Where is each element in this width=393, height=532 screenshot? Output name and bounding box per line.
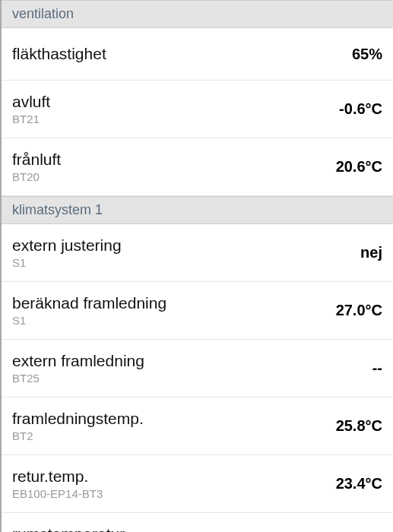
row-fan-speed[interactable]: fläkthastighet 65% (2, 28, 393, 81)
row-value: 25.8°C (336, 417, 382, 435)
row-label: extern justering (12, 236, 122, 255)
section-header-climate1: klimatsystem 1 (2, 196, 393, 224)
row-sublabel: BT20 (12, 170, 61, 183)
row-label: fläkthastighet (12, 45, 106, 63)
row-sublabel: BT2 (12, 429, 144, 442)
row-left: beräknad framledning S1 (12, 294, 166, 327)
row-label: rumstemperatur (12, 525, 125, 532)
row-room-temp[interactable]: rumstemperatur BT50 -- (2, 513, 393, 532)
row-exhaust-air[interactable]: avluft BT21 -0.6°C (2, 81, 393, 138)
row-value: nej (360, 244, 382, 261)
row-value: -- (372, 359, 382, 377)
row-value: 23.4°C (336, 475, 382, 492)
row-supply-temp[interactable]: framledningstemp. BT2 25.8°C (2, 397, 393, 455)
row-value: 27.0°C (336, 302, 382, 319)
row-sublabel: BT25 (12, 372, 144, 385)
row-value: 20.6°C (336, 158, 382, 176)
row-extract-air[interactable]: frånluft BT20 20.6°C (2, 138, 393, 196)
row-left: extern justering S1 (12, 236, 122, 269)
row-value: -0.6°C (339, 100, 382, 118)
section-header-ventilation: ventilation (2, 0, 393, 28)
row-left: extern framledning BT25 (12, 352, 144, 385)
row-return-temp[interactable]: retur.temp. EB100-EP14-BT3 23.4°C (2, 455, 393, 513)
row-value: 65% (352, 46, 382, 63)
row-sublabel: EB100-EP14-BT3 (12, 487, 103, 500)
row-left: rumstemperatur BT50 (12, 525, 125, 532)
row-label: avluft (12, 93, 50, 111)
row-left: avluft BT21 (12, 93, 50, 125)
row-external-supply[interactable]: extern framledning BT25 -- (2, 340, 393, 397)
row-calculated-supply[interactable]: beräknad framledning S1 27.0°C (2, 282, 393, 340)
row-sublabel: S1 (12, 314, 166, 327)
row-label: frånluft (12, 150, 61, 169)
row-left: fläkthastighet (12, 45, 106, 63)
row-label: extern framledning (12, 352, 144, 370)
row-label: framledningstemp. (12, 410, 144, 428)
row-sublabel: BT21 (12, 112, 50, 125)
row-external-adjustment[interactable]: extern justering S1 nej (2, 224, 393, 282)
row-left: frånluft BT20 (12, 150, 61, 183)
row-sublabel: S1 (12, 256, 122, 269)
row-label: beräknad framledning (12, 294, 166, 312)
row-label: retur.temp. (12, 467, 103, 486)
row-left: retur.temp. EB100-EP14-BT3 (12, 467, 103, 500)
row-left: framledningstemp. BT2 (12, 410, 144, 442)
